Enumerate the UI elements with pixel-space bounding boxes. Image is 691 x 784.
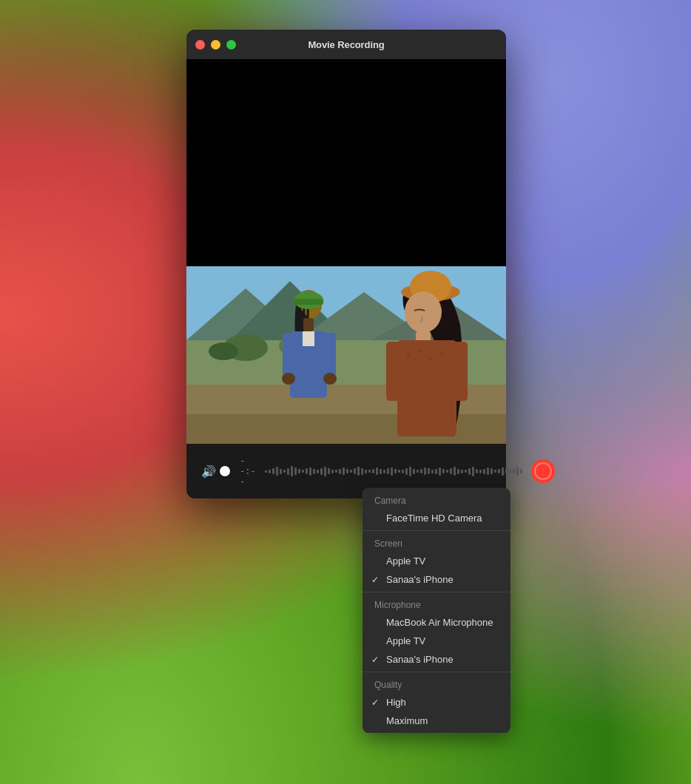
video-preview	[186, 266, 506, 444]
waveform-bar	[339, 469, 341, 474]
waveform-bar	[472, 467, 474, 476]
svg-point-10	[209, 342, 238, 360]
waveform-bar	[413, 469, 415, 474]
waveform-bar	[494, 470, 496, 473]
svg-rect-18	[324, 333, 336, 377]
waveform-bar	[402, 470, 404, 473]
svg-rect-14	[303, 318, 314, 331]
svg-rect-16	[303, 331, 314, 346]
waveform-bar	[309, 467, 311, 476]
video-black-area	[186, 59, 506, 266]
waveform-bar	[383, 470, 385, 473]
svg-point-20	[323, 373, 337, 385]
waveform-bar	[320, 468, 323, 475]
svg-point-28	[418, 350, 421, 353]
record-button[interactable]	[531, 459, 555, 483]
svg-point-19	[282, 373, 295, 385]
waveform-bar	[476, 469, 478, 473]
waveform-bar	[424, 467, 426, 475]
time-display: --:--	[240, 456, 256, 487]
waveform-bar	[272, 468, 274, 474]
waveform-bar	[405, 468, 408, 475]
waveform-bar	[335, 470, 337, 473]
waveform-bar	[465, 470, 467, 473]
menu-item-sanaas-iphone-screen[interactable]: Sanaa's iPhone	[363, 570, 510, 589]
waveform-bar	[387, 468, 389, 474]
svg-rect-31	[386, 342, 401, 401]
volume-thumb[interactable]	[220, 466, 230, 476]
waveform-bar	[306, 468, 308, 474]
svg-rect-13	[294, 299, 323, 305]
waveform-bar	[420, 469, 422, 473]
waveform-bar	[276, 467, 278, 476]
camera-section-label: Camera	[363, 491, 510, 509]
waveform-bar	[520, 469, 522, 473]
waveform-bar	[313, 469, 315, 474]
svg-rect-26	[397, 340, 456, 436]
waveform-bar	[431, 470, 434, 473]
waveform-bar	[283, 470, 286, 473]
waveform-bar	[468, 468, 471, 475]
waveform-bar	[516, 467, 519, 476]
waveform-bar	[502, 467, 504, 476]
waveform-bar	[442, 469, 445, 473]
divider-2	[363, 592, 510, 592]
waveform-bar	[509, 470, 511, 473]
waveform-bar	[454, 467, 456, 476]
waveform-bar	[350, 470, 352, 473]
svg-point-30	[440, 352, 443, 355]
waveform-bar	[446, 470, 448, 473]
waveform-bar	[346, 469, 348, 473]
waveform-bar	[391, 467, 393, 476]
svg-rect-7	[186, 414, 506, 444]
microphone-section-label: Microphone	[363, 595, 510, 613]
waveform-bar	[417, 470, 419, 473]
waveform-bar	[479, 470, 482, 473]
window-title: Movie Recording	[308, 39, 384, 50]
svg-rect-32	[453, 342, 468, 401]
waveform-bar	[331, 470, 334, 473]
menu-item-apple-tv-screen[interactable]: Apple TV	[363, 552, 510, 570]
svg-point-27	[407, 354, 410, 356]
minimize-button[interactable]	[211, 40, 220, 50]
screen-section-label: Screen	[363, 534, 510, 552]
menu-item-quality-high[interactable]: High	[363, 693, 510, 712]
waveform-bar	[439, 467, 441, 476]
menu-item-apple-tv-mic[interactable]: Apple TV	[363, 632, 510, 650]
svg-point-23	[405, 291, 442, 333]
waveform-bar	[498, 469, 500, 473]
title-bar: Movie Recording	[186, 30, 506, 59]
waveform-bar	[428, 468, 430, 474]
waveform-bar	[269, 470, 271, 473]
divider-1	[363, 530, 510, 531]
waveform-bar	[298, 469, 300, 473]
waveform-bar	[483, 469, 485, 474]
menu-item-sanaas-iphone-mic[interactable]: Sanaa's iPhone	[363, 650, 510, 669]
waveform-bar	[487, 467, 489, 475]
waveform-bar	[324, 467, 326, 476]
maximize-button[interactable]	[226, 40, 236, 50]
waveform-bar	[461, 470, 463, 473]
divider-3	[363, 672, 510, 672]
waveform-bar	[505, 469, 508, 474]
waveform-bar	[317, 470, 319, 473]
waveform-bar	[280, 469, 282, 474]
waveform-bar	[435, 469, 437, 474]
waveform-bar	[354, 468, 356, 474]
menu-item-macbook-air-mic[interactable]: MacBook Air Microphone	[363, 613, 510, 632]
waveform-bar	[457, 469, 459, 474]
waveform-bar	[302, 470, 304, 473]
menu-item-quality-maximum[interactable]: Maximum	[363, 712, 510, 730]
waveform-bar	[287, 468, 289, 475]
quality-section-label: Quality	[363, 675, 510, 693]
waveform-bar	[328, 468, 330, 474]
menu-item-facetime-hd[interactable]: FaceTime HD Camera	[363, 509, 510, 527]
close-button[interactable]	[195, 40, 205, 50]
waveform-bar	[294, 467, 297, 475]
movie-recording-window: Movie Recording	[186, 30, 506, 499]
waveform-bar	[372, 469, 374, 473]
waveform-bar	[513, 468, 515, 474]
waveform-bar	[361, 468, 363, 475]
waveform-bar	[409, 467, 411, 476]
svg-rect-17	[283, 333, 294, 377]
